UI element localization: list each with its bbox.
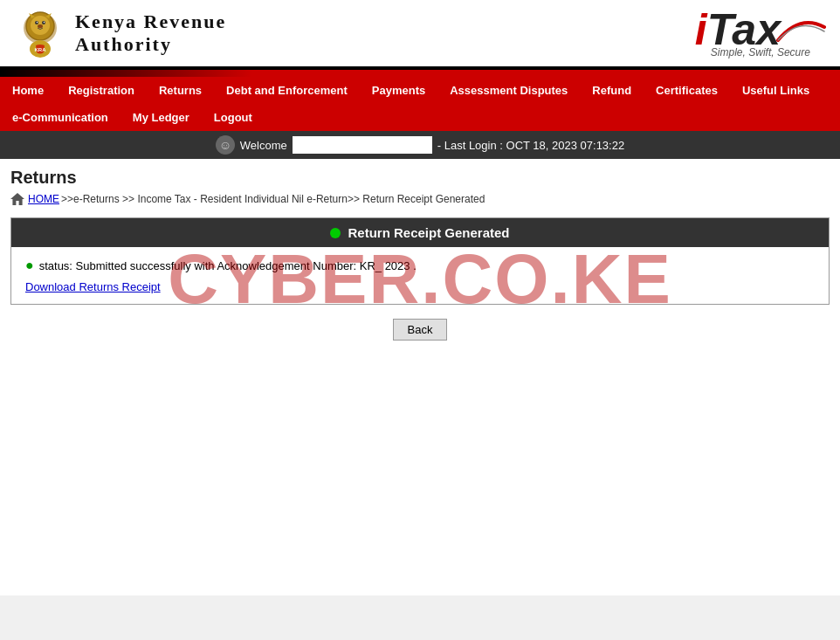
nav-logout[interactable]: Logout [202,104,265,131]
nav-payments[interactable]: Payments [360,77,437,104]
welcome-bar: ☺ Welcome - Last Login : OCT 18, 2023 07… [0,131,840,159]
nav-debt-enforcement[interactable]: Debt and Enforcement [214,77,360,104]
nav-my-ledger[interactable]: My Ledger [120,104,202,131]
receipt-header: Return Receipt Generated [11,218,829,247]
header-divider [0,70,840,77]
itax-tagline: Simple, Swift, Secure [711,46,810,58]
receipt-container: CYBER.CO.KE Return Receipt Generated ● s… [10,217,830,341]
nav-certificates[interactable]: Certificates [644,77,730,104]
nav-bar: Home Registration Returns Debt and Enfor… [0,77,840,104]
receipt-body: ● status: Submitted successfully with Ac… [11,247,829,304]
kra-title: Kenya Revenue Authority [75,10,226,56]
nav-bar-row2: e-Communication My Ledger Logout [0,104,840,131]
nav-home[interactable]: Home [0,77,56,104]
kra-lion-icon: KRA [14,7,66,59]
back-button[interactable]: Back [393,319,448,341]
receipt-success-row: ● status: Submitted successfully with Ac… [25,258,815,273]
nav-ecommunication[interactable]: e-Communication [0,104,120,131]
receipt-box: Return Receipt Generated ● status: Submi… [10,217,830,305]
itax-i: i [695,8,707,52]
last-login-text: - Last Login : OCT 18, 2023 07:13:22 [437,139,624,152]
welcome-username-display [293,136,432,154]
svg-point-3 [35,21,38,24]
download-receipt-link[interactable]: Download Returns Receipt [25,280,161,293]
svg-point-6 [44,22,45,23]
welcome-label: Welcome [240,139,287,152]
svg-point-5 [37,22,38,23]
breadcrumb: HOME >>e-Returns >> Income Tax - Residen… [10,193,830,205]
nav-useful-links[interactable]: Useful Links [730,77,822,104]
kra-logo-area: KRA Kenya Revenue Authority [14,7,226,59]
itax-tax: Tax [707,8,781,52]
breadcrumb-home[interactable]: HOME [28,193,59,205]
nav-returns[interactable]: Returns [147,77,214,104]
green-dot-icon [330,228,341,238]
receipt-success-text: status: Submitted successfully with Ackn… [39,259,417,272]
nav-assessment-disputes[interactable]: Assessment Disputes [437,77,580,104]
svg-point-7 [38,24,43,28]
user-icon: ☺ [216,135,235,155]
home-icon [10,193,24,205]
svg-text:KRA: KRA [35,47,47,52]
itax-swoosh-icon [774,10,826,45]
receipt-download-row: Download Returns Receipt [25,280,815,293]
main-content: Returns HOME >>e-Returns >> Income Tax -… [0,159,840,595]
back-button-row: Back [10,319,830,341]
breadcrumb-path: >>e-Returns >> Income Tax - Resident Ind… [61,193,485,205]
nav-registration[interactable]: Registration [56,77,147,104]
itax-logo-area: i Tax Simple, Swift, Secure [695,8,826,58]
svg-point-4 [42,21,45,24]
nav-refund[interactable]: Refund [580,77,644,104]
page-title: Returns [10,168,830,188]
receipt-header-title: Return Receipt Generated [348,225,509,240]
page-header: KRA Kenya Revenue Authority i Tax Simple… [0,0,840,70]
checkmark-icon: ● [25,258,34,273]
